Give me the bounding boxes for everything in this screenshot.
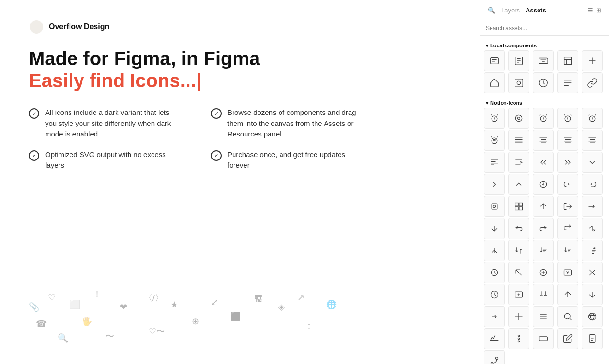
tab-assets[interactable]: Assets bbox=[526, 6, 546, 15]
notion-icon-cell[interactable] bbox=[582, 174, 603, 195]
search-input[interactable] bbox=[486, 25, 603, 32]
notion-icon-cell[interactable] bbox=[582, 240, 603, 261]
notion-icon-cell[interactable] bbox=[533, 284, 554, 305]
section-notion-icons[interactable]: Notion-Icons bbox=[484, 97, 605, 108]
notion-icon-cell[interactable] bbox=[508, 328, 529, 349]
feature-text-3: Purchase once, and get free updates fore… bbox=[227, 149, 364, 171]
comp-cell[interactable] bbox=[557, 50, 578, 71]
svg-rect-2 bbox=[515, 57, 523, 65]
notion-icon-cell[interactable] bbox=[484, 262, 505, 283]
notion-icon-cell[interactable] bbox=[508, 306, 529, 327]
comp-cell[interactable] bbox=[484, 50, 505, 71]
svg-rect-17 bbox=[515, 203, 519, 206]
notion-icon-cell[interactable] bbox=[582, 262, 603, 283]
list-view-icon[interactable]: ☰ bbox=[587, 7, 593, 14]
notion-icon-cell[interactable] bbox=[582, 152, 603, 173]
notion-icon-cell[interactable] bbox=[533, 130, 554, 151]
notion-icons-grid bbox=[484, 108, 605, 364]
right-panel: 🔍 Layers Assets ☰ ⊞ Local components bbox=[480, 0, 609, 364]
notion-icon-cell[interactable] bbox=[533, 174, 554, 195]
scatter-icon: ♡ bbox=[48, 292, 56, 303]
notion-icon-cell[interactable] bbox=[533, 306, 554, 327]
notion-icon-cell[interactable] bbox=[557, 174, 578, 195]
notion-icon-cell[interactable] bbox=[557, 306, 578, 327]
notion-icon-cell[interactable] bbox=[484, 108, 505, 129]
notion-icon-cell[interactable] bbox=[508, 108, 529, 129]
notion-icon-cell[interactable] bbox=[533, 196, 554, 217]
notion-icon-cell[interactable] bbox=[582, 130, 603, 151]
search-icon[interactable]: 🔍 bbox=[488, 7, 495, 14]
notion-icon-cell[interactable] bbox=[557, 108, 578, 129]
notion-icon-cell[interactable] bbox=[557, 328, 578, 349]
notion-icon-cell[interactable] bbox=[484, 328, 505, 349]
svg-rect-18 bbox=[519, 203, 523, 206]
check-icon-3: ✓ bbox=[211, 150, 222, 161]
notion-icon-cell[interactable] bbox=[533, 152, 554, 173]
notion-icon-cell[interactable] bbox=[557, 284, 578, 305]
scatter-icon: ★ bbox=[170, 299, 178, 310]
scatter-icon: 〜 bbox=[105, 330, 114, 342]
panel-search-bar[interactable] bbox=[480, 21, 609, 36]
comp-cell[interactable] bbox=[533, 50, 554, 71]
notion-icon-cell[interactable] bbox=[508, 174, 529, 195]
panel-body: Local components bbox=[480, 36, 609, 364]
scatter-icon: ⊕ bbox=[192, 316, 199, 327]
notion-icon-cell[interactable] bbox=[557, 130, 578, 151]
notion-icon-cell[interactable] bbox=[557, 152, 578, 173]
notion-icon-cell[interactable] bbox=[533, 240, 554, 261]
panel-view-icons: ☰ ⊞ bbox=[587, 7, 601, 14]
notion-icon-cell[interactable] bbox=[484, 284, 505, 305]
notion-icon-cell[interactable] bbox=[582, 108, 603, 129]
notion-icon-cell[interactable] bbox=[533, 262, 554, 283]
comp-cell[interactable] bbox=[508, 72, 529, 93]
comp-cell[interactable] bbox=[533, 72, 554, 93]
notion-icon-cell[interactable] bbox=[484, 196, 505, 217]
feature-item-2: ✓ Optimized SVG output with no excess la… bbox=[29, 149, 182, 171]
notion-icon-cell[interactable] bbox=[484, 218, 505, 239]
notion-icon-cell[interactable] bbox=[533, 108, 554, 129]
notion-icon-cell[interactable] bbox=[557, 218, 578, 239]
notion-icon-cell[interactable] bbox=[484, 306, 505, 327]
notion-icon-cell[interactable] bbox=[484, 152, 505, 173]
notion-icon-cell[interactable] bbox=[508, 284, 529, 305]
grid-view-icon[interactable]: ⊞ bbox=[596, 7, 601, 14]
notion-icon-cell[interactable] bbox=[508, 240, 529, 261]
notion-icon-cell[interactable] bbox=[484, 130, 505, 151]
headline-line2: Easily find Icons...| bbox=[29, 69, 451, 92]
comp-cell[interactable] bbox=[508, 50, 529, 71]
scatter-icon: ⤢ bbox=[211, 297, 218, 307]
section-local-components[interactable]: Local components bbox=[484, 40, 605, 50]
scatter-icon: ◈ bbox=[278, 302, 285, 312]
notion-icon-cell[interactable] bbox=[557, 240, 578, 261]
comp-cell[interactable] bbox=[557, 72, 578, 93]
notion-icon-cell[interactable] bbox=[582, 328, 603, 349]
feature-item-1: ✓ Browse dozens of components and drag t… bbox=[211, 107, 364, 140]
svg-point-28 bbox=[518, 338, 519, 339]
notion-icon-cell[interactable] bbox=[557, 262, 578, 283]
notion-icon-cell[interactable] bbox=[533, 218, 554, 239]
comp-cell[interactable] bbox=[582, 50, 603, 71]
comp-cell[interactable] bbox=[484, 72, 505, 93]
notion-icon-cell[interactable] bbox=[484, 240, 505, 261]
scatter-icon: ♡〜 bbox=[149, 326, 165, 337]
notion-icon-cell[interactable] bbox=[508, 130, 529, 151]
svg-point-9 bbox=[518, 117, 520, 120]
scatter-icon: 〈/〉 bbox=[144, 292, 164, 304]
notion-icon-cell[interactable] bbox=[508, 218, 529, 239]
feature-text-2: Optimized SVG output with no excess laye… bbox=[45, 149, 182, 171]
notion-icon-cell[interactable] bbox=[484, 350, 505, 364]
brand-name: Overflow Design bbox=[49, 23, 109, 31]
notion-icon-cell[interactable] bbox=[582, 196, 603, 217]
notion-icon-cell[interactable] bbox=[557, 196, 578, 217]
notion-icon-cell[interactable] bbox=[582, 218, 603, 239]
notion-icon-cell[interactable] bbox=[582, 284, 603, 305]
notion-icon-cell[interactable] bbox=[533, 328, 554, 349]
tab-layers[interactable]: Layers bbox=[501, 6, 520, 15]
notion-icon-cell[interactable] bbox=[508, 196, 529, 217]
notion-icon-cell[interactable] bbox=[508, 262, 529, 283]
scatter-icon: 🌐 bbox=[326, 299, 337, 310]
notion-icon-cell[interactable] bbox=[484, 174, 505, 195]
notion-icon-cell[interactable] bbox=[508, 152, 529, 173]
comp-cell[interactable] bbox=[582, 72, 603, 93]
notion-icon-cell[interactable] bbox=[582, 306, 603, 327]
